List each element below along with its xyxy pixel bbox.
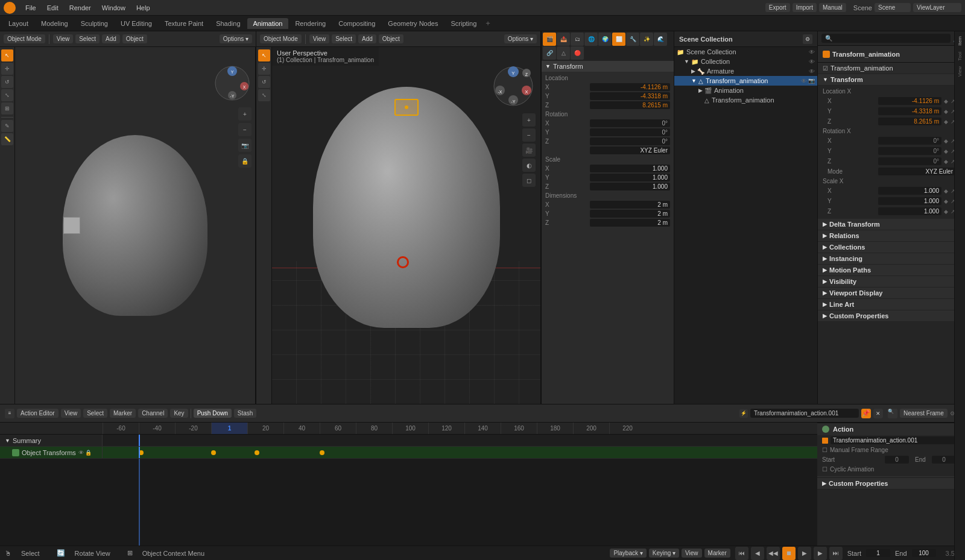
tab-compositing[interactable]: Compositing bbox=[332, 18, 381, 29]
rp-loc-y-value[interactable]: -4.3318 m bbox=[878, 107, 941, 115]
start-value[interactable]: 0 bbox=[885, 456, 909, 464]
center-rotate-tool[interactable]: ↺ bbox=[258, 76, 270, 88]
relations-section[interactable]: ▶ Relations bbox=[818, 230, 965, 242]
rp-rot-y-kf[interactable]: ◆ bbox=[944, 148, 948, 154]
tab-texture-paint[interactable]: Texture Paint bbox=[159, 18, 209, 29]
left-options[interactable]: Options ▾ bbox=[220, 34, 252, 43]
action-name-value[interactable]: Transformanimation_action.001 bbox=[831, 436, 960, 444]
render-tab-icon[interactable]: 🎬 bbox=[543, 33, 556, 46]
jump-start-btn[interactable]: ⏮ bbox=[735, 547, 748, 560]
tl-channel-btn[interactable]: Channel bbox=[138, 409, 168, 418]
menu-edit[interactable]: Edit bbox=[42, 3, 63, 13]
play-btn[interactable]: ▶ bbox=[798, 547, 811, 560]
jump-end-btn[interactable]: ⏭ bbox=[829, 547, 843, 560]
tl-select-btn[interactable]: Select bbox=[83, 409, 107, 418]
obj-transforms-content[interactable] bbox=[103, 447, 817, 458]
action-custom-props-header[interactable]: ▶ Custom Properties bbox=[817, 478, 965, 489]
instancing-section[interactable]: ▶ Instancing bbox=[818, 253, 965, 265]
tab-sculpting[interactable]: Sculpting bbox=[75, 18, 114, 29]
loc-x-value[interactable]: -4.1126 m bbox=[590, 83, 670, 91]
rp-scale-y-value[interactable]: 1.000 bbox=[878, 197, 941, 205]
center-viewport-shading[interactable]: ◐ bbox=[522, 159, 536, 172]
rp-rot-x-kf[interactable]: ◆ bbox=[944, 138, 948, 144]
material-tab-icon[interactable]: 🔴 bbox=[571, 46, 584, 60]
stash-btn[interactable]: Stash bbox=[234, 409, 257, 418]
measure-tool[interactable]: 📏 bbox=[1, 133, 13, 145]
playback-menu[interactable]: Playback ▾ bbox=[610, 549, 646, 558]
obj-track-mute[interactable]: 👁 bbox=[78, 450, 84, 456]
transform-tool[interactable]: ⊞ bbox=[1, 102, 13, 115]
loc-y-value[interactable]: -4.3318 m bbox=[590, 92, 670, 100]
transform-section-header[interactable]: ▼ Transform bbox=[542, 61, 674, 72]
cursor-tool[interactable]: ↖ bbox=[1, 49, 13, 61]
center-mode-selector[interactable]: Object Mode bbox=[260, 34, 302, 43]
physics-tab-icon[interactable]: 🌊 bbox=[654, 33, 667, 46]
tl-filter-icon[interactable]: 🔍 bbox=[888, 409, 897, 418]
scale-y-value[interactable]: 1.000 bbox=[590, 174, 670, 181]
rot-y-value[interactable]: 0° bbox=[590, 128, 670, 136]
camera-btn[interactable]: 📷 bbox=[238, 139, 252, 152]
options-button[interactable]: Options ▾ bbox=[220, 34, 252, 43]
rp-loc-y-keyframe[interactable]: ◆ bbox=[944, 109, 948, 115]
world-tab-icon[interactable]: 🌍 bbox=[598, 33, 612, 46]
action-editor-selector[interactable]: Action Editor bbox=[17, 409, 59, 418]
custom-props-section[interactable]: ▶ Custom Properties bbox=[818, 310, 965, 322]
rp-loc-z-keyframe[interactable]: ◆ bbox=[944, 119, 948, 125]
rp-transform-header[interactable]: ▼ Transform bbox=[818, 74, 965, 86]
end-frame-display[interactable]: 100 bbox=[912, 549, 936, 557]
particles-tab-icon[interactable]: ✨ bbox=[640, 33, 653, 46]
armature-visibility[interactable]: 👁 bbox=[809, 68, 815, 75]
modifier-tab-icon[interactable]: 🔧 bbox=[626, 33, 639, 46]
keying-menu[interactable]: Keying ▾ bbox=[649, 549, 679, 558]
tab-modeling[interactable]: Modeling bbox=[35, 18, 74, 29]
menu-window[interactable]: Window bbox=[97, 3, 130, 13]
outliner-scene-collection[interactable]: 📁 Scene Collection 👁 bbox=[674, 47, 817, 57]
zoom-out-btn[interactable]: − bbox=[238, 123, 252, 136]
data-tab-icon[interactable]: △ bbox=[557, 46, 570, 60]
summary-track-content[interactable] bbox=[103, 435, 817, 446]
scale-z-value[interactable]: 1.000 bbox=[590, 183, 670, 190]
menu-render[interactable]: Render bbox=[65, 3, 96, 13]
center-scale-tool[interactable]: ⤡ bbox=[258, 89, 270, 101]
rotate-tool[interactable]: ↺ bbox=[1, 76, 13, 88]
center-move-tool[interactable]: ✛ bbox=[258, 63, 270, 75]
visibility-icon[interactable]: 👁 bbox=[809, 49, 815, 55]
outliner-animation[interactable]: ▶ 🎬 Animation bbox=[674, 86, 817, 95]
rp-sy-kf[interactable]: ◆ bbox=[944, 198, 948, 204]
cyclic-checkbox[interactable]: ☐ bbox=[822, 466, 827, 473]
empty-track-area[interactable] bbox=[0, 459, 817, 546]
rp-rot-y-value[interactable]: 0° bbox=[878, 147, 941, 155]
left-mode-selector[interactable]: Object Mode bbox=[4, 34, 45, 43]
center-zoom-in[interactable]: + bbox=[522, 113, 536, 127]
menu-help[interactable]: Help bbox=[131, 3, 155, 13]
output-tab-icon[interactable]: 📤 bbox=[557, 33, 570, 46]
rp-sz-kf[interactable]: ◆ bbox=[944, 209, 948, 215]
motion-paths-section[interactable]: ▶ Motion Paths bbox=[818, 265, 965, 276]
center-select-menu[interactable]: Select bbox=[332, 34, 356, 43]
scene-tab-icon[interactable]: 🌐 bbox=[584, 33, 598, 46]
left-view-menu[interactable]: View bbox=[53, 34, 74, 43]
step-back-btn[interactable]: ◀ bbox=[751, 547, 764, 560]
left-select-menu[interactable]: Select bbox=[75, 34, 100, 43]
tab-uv-editing[interactable]: UV Editing bbox=[115, 18, 158, 29]
rp-rot-z-value[interactable]: 0° bbox=[878, 157, 941, 165]
outliner-filter-icon[interactable]: ⚙ bbox=[803, 34, 812, 44]
outliner-transform-anim[interactable]: ▼ △ Transform_animation 👁 📷 bbox=[674, 76, 817, 86]
current-frame-display[interactable]: 1 bbox=[866, 549, 890, 557]
view-layer-selector[interactable]: ViewLayer bbox=[913, 3, 961, 12]
tab-layout[interactable]: Layout bbox=[2, 18, 34, 29]
viewport-display-section[interactable]: ▶ Viewport Display bbox=[818, 288, 965, 299]
timeline-playhead[interactable] bbox=[139, 435, 140, 446]
center-camera[interactable]: 🎥 bbox=[522, 143, 536, 157]
rp-loc-z-value[interactable]: 8.2615 m bbox=[878, 118, 941, 125]
stop-btn[interactable]: ⏹ bbox=[782, 547, 796, 560]
rp-loc-x-keyframe[interactable]: ◆ bbox=[944, 98, 948, 104]
action-name-field[interactable]: Transformanimation_action.001 bbox=[750, 409, 859, 418]
scene-selector[interactable]: Scene bbox=[875, 3, 911, 12]
manual-button[interactable]: Manual bbox=[819, 3, 846, 12]
import-button[interactable]: Import bbox=[793, 3, 817, 12]
obj-track-lock[interactable]: 🔒 bbox=[85, 450, 92, 456]
manual-frame-checkbox[interactable]: ☐ bbox=[822, 447, 827, 453]
tl-menu-icon[interactable]: ≡ bbox=[5, 409, 14, 418]
tab-scripting[interactable]: Scripting bbox=[445, 18, 482, 29]
